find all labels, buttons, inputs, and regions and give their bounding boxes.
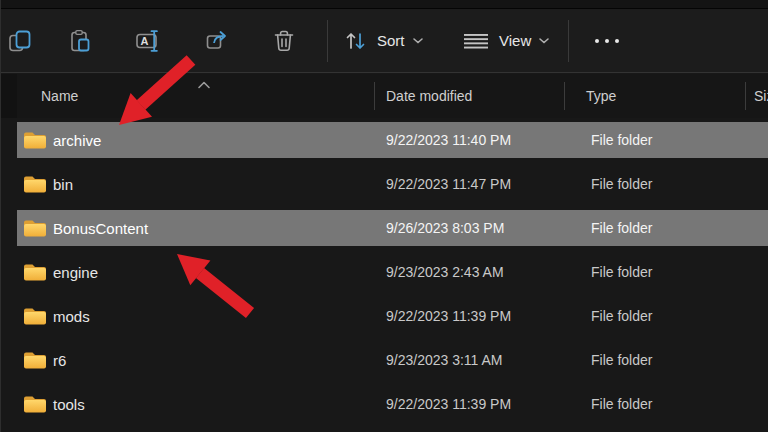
file-row-bonuscontent[interactable]: BonusContent 9/26/2023 8:03 PM File fold…	[1, 206, 768, 250]
file-type: File folder	[591, 176, 652, 192]
column-header-name[interactable]: Name	[41, 88, 78, 104]
folder-icon	[23, 175, 47, 194]
column-header-row: Name Date modified Type Size	[1, 74, 768, 118]
view-label: View	[499, 32, 531, 49]
paste-button[interactable]	[63, 9, 97, 72]
delete-icon	[271, 28, 297, 54]
ellipsis-icon	[591, 37, 623, 45]
folder-icon	[23, 307, 47, 326]
column-divider[interactable]	[374, 82, 375, 110]
paste-icon	[67, 28, 93, 54]
file-date-modified: 9/22/2023 11:39 PM	[386, 308, 511, 324]
file-row-r6[interactable]: r6 9/23/2023 3:11 AM File folder	[1, 338, 768, 382]
folder-icon	[23, 263, 47, 282]
file-date-modified: 9/23/2023 3:11 AM	[386, 352, 503, 368]
file-name: engine	[53, 264, 98, 281]
column-divider[interactable]	[564, 82, 565, 110]
share-icon	[204, 28, 230, 54]
sort-label: Sort	[377, 32, 405, 49]
sort-ascending-caret-icon	[197, 81, 211, 89]
chevron-down-icon	[539, 38, 549, 44]
file-row-mods[interactable]: mods 9/22/2023 11:39 PM File folder	[1, 294, 768, 338]
chevron-down-icon	[413, 38, 423, 44]
share-button[interactable]	[199, 9, 235, 72]
copy-button[interactable]	[3, 9, 37, 72]
toolbar-separator	[568, 20, 569, 62]
sort-button[interactable]: Sort	[343, 9, 423, 72]
file-row-archive[interactable]: archive 9/22/2023 11:40 PM File folder	[1, 118, 768, 162]
file-type: File folder	[591, 396, 652, 412]
file-name: bin	[53, 176, 73, 193]
file-row-engine[interactable]: engine 9/23/2023 2:43 AM File folder	[1, 250, 768, 294]
command-toolbar: A	[1, 9, 768, 73]
view-list-icon	[461, 28, 491, 54]
file-date-modified: 9/23/2023 2:43 AM	[386, 264, 504, 280]
file-type: File folder	[591, 220, 652, 236]
column-header-size[interactable]: Size	[754, 88, 768, 104]
folder-icon	[23, 351, 47, 370]
file-date-modified: 9/22/2023 11:40 PM	[386, 132, 511, 148]
file-row-bin[interactable]: bin 9/22/2023 11:47 PM File folder	[1, 162, 768, 206]
file-type: File folder	[591, 352, 652, 368]
file-type: File folder	[591, 308, 652, 324]
file-name: r6	[53, 352, 66, 369]
rename-icon: A	[134, 28, 164, 54]
view-button[interactable]: View	[461, 9, 549, 72]
rename-button[interactable]: A	[129, 9, 169, 72]
file-row-tools[interactable]: tools 9/22/2023 11:39 PM File folder	[1, 382, 768, 426]
file-explorer-window: A	[0, 0, 768, 432]
file-name: archive	[53, 132, 101, 149]
column-header-date-modified[interactable]: Date modified	[386, 88, 472, 104]
more-options-button[interactable]	[585, 9, 629, 72]
column-divider[interactable]	[745, 82, 746, 110]
file-name: BonusContent	[53, 220, 148, 237]
file-name: mods	[53, 308, 90, 325]
rename-letter: A	[141, 35, 149, 47]
file-type: File folder	[591, 264, 652, 280]
folder-icon	[23, 219, 47, 238]
file-name: tools	[53, 396, 85, 413]
copy-icon	[7, 28, 33, 54]
toolbar-separator	[327, 20, 328, 62]
column-header-type[interactable]: Type	[586, 88, 616, 104]
folder-icon	[23, 395, 47, 414]
file-type: File folder	[591, 132, 652, 148]
file-date-modified: 9/22/2023 11:47 PM	[386, 176, 511, 192]
file-date-modified: 9/26/2023 8:03 PM	[386, 220, 504, 236]
file-date-modified: 9/22/2023 11:39 PM	[386, 396, 511, 412]
window-top-strip	[1, 0, 768, 9]
delete-button[interactable]	[267, 9, 301, 72]
folder-icon	[23, 131, 47, 150]
file-list: archive 9/22/2023 11:40 PM File folder b…	[1, 118, 768, 432]
sort-icon	[343, 28, 369, 54]
